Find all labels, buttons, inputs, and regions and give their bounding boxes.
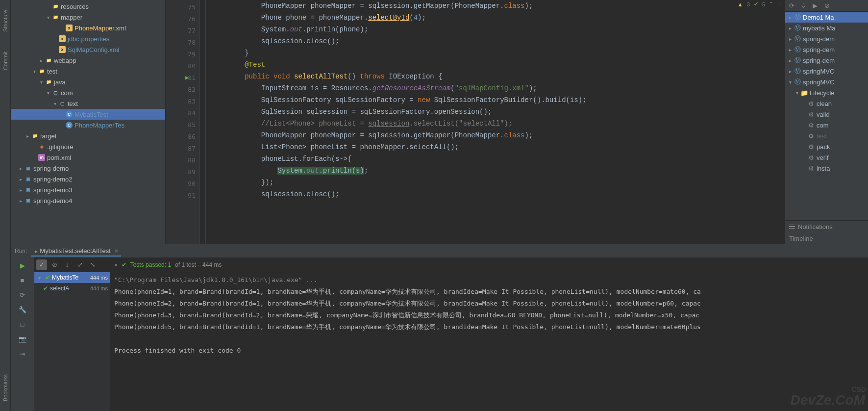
exit-button[interactable]: ⇥ xyxy=(17,348,28,360)
tree-item[interactable]: ▾📁mapper xyxy=(11,12,165,23)
tree-item[interactable]: 📁resources xyxy=(11,1,165,12)
code-editor[interactable]: ▲3 ✔5 ⌃ ⋮ 757677787980▶81828384858687888… xyxy=(166,0,785,244)
chevron-icon[interactable]: ▸ xyxy=(25,133,30,139)
maven-tree[interactable]: ▸ⓂDemo1 Ma▸Ⓜmybatis Ma▸Ⓜspring-dem▸Ⓜspri… xyxy=(785,12,868,220)
chevron-icon[interactable]: ▾ xyxy=(45,15,51,20)
collapse-button[interactable]: ⤡ xyxy=(87,259,98,270)
chevron-icon[interactable]: ▾ xyxy=(794,90,800,96)
maven-item[interactable]: ⚙valid xyxy=(785,109,868,120)
tree-item[interactable]: ▸📁target xyxy=(11,130,165,141)
line-number[interactable]: 85 xyxy=(166,119,199,130)
code-line[interactable]: @Test xyxy=(212,59,785,71)
code-line[interactable]: } xyxy=(212,47,785,59)
maven-item[interactable]: ⚙clean xyxy=(785,98,868,109)
tree-item[interactable]: ▸▣spring-demo3 xyxy=(11,184,165,195)
code-line[interactable]: sqlsession.close(); xyxy=(212,35,785,47)
camera-button[interactable]: 📷 xyxy=(17,333,28,345)
line-number[interactable]: 82 xyxy=(166,83,199,95)
maven-item[interactable]: ▾📁Lifecycle xyxy=(785,87,868,98)
chevron-icon[interactable]: ▸ xyxy=(18,166,24,171)
maven-item[interactable]: ▸Ⓜspring-dem xyxy=(785,55,868,66)
line-number[interactable]: 76 xyxy=(166,13,199,25)
code-area[interactable]: PhoneMapper phoneMapper = sqlsession.get… xyxy=(206,0,785,244)
code-line[interactable]: sqlsession.close(); xyxy=(212,188,785,200)
chevron-icon[interactable]: ▾ xyxy=(787,79,793,85)
code-line[interactable]: SqlSessionFactory sqLSessionFactory = ne… xyxy=(212,94,785,106)
run-maven-icon[interactable]: ▶ xyxy=(811,1,819,10)
code-line[interactable]: List<Phone> phoneList = phoneMapper.sele… xyxy=(212,141,785,153)
chevron-icon[interactable]: ▸ xyxy=(787,58,793,63)
code-line[interactable]: phoneList.forEach(s->{ xyxy=(212,153,785,165)
code-line[interactable]: System.out.println(s); xyxy=(212,165,785,177)
code-line[interactable]: PhoneMapper phoneMapper = sqlsession.get… xyxy=(212,129,785,141)
test-tree[interactable]: ▾✔MybatisTe444 ms✔selectA444 ms xyxy=(34,272,110,411)
code-line[interactable]: public void selectAllTest() throws IOExc… xyxy=(212,71,785,82)
bookmarks-tool[interactable]: Bookmarks xyxy=(2,374,8,401)
line-number[interactable]: 77 xyxy=(166,25,199,36)
chevron-icon[interactable]: ▸ xyxy=(787,15,793,20)
line-number[interactable]: 78 xyxy=(166,36,199,48)
code-line[interactable]: InputStream is = Resources.getResourceAs… xyxy=(212,82,785,94)
code-line[interactable]: }); xyxy=(212,177,785,188)
chevron-icon[interactable]: ▸ xyxy=(18,177,24,182)
maven-item[interactable]: ⚙insta xyxy=(785,163,868,174)
maven-item[interactable]: ▸ⓂDemo1 Ma xyxy=(785,12,868,23)
maven-item[interactable]: ⚙test xyxy=(785,130,868,141)
prev-test-icon[interactable]: » xyxy=(114,261,118,268)
project-tree[interactable]: 📁resources▾📁mapperxPhoneMapper.xmlxjdbc.… xyxy=(11,0,166,244)
line-number[interactable]: 89 xyxy=(166,166,199,178)
console-output[interactable]: "C:\Program Files\Java\jdk1.8.0_161\bin\… xyxy=(110,272,868,411)
chevron-icon[interactable]: ▾ xyxy=(36,275,42,281)
tree-item[interactable]: ◆.gitignore xyxy=(11,141,165,152)
code-line[interactable]: System.out.println(phone); xyxy=(212,24,785,35)
pin-button[interactable]: □ xyxy=(17,318,28,330)
chevron-icon[interactable]: ▸ xyxy=(787,47,793,52)
line-number[interactable]: 88 xyxy=(166,154,199,166)
maven-item[interactable]: ▸Ⓜmybatis Ma xyxy=(785,23,868,33)
line-number[interactable]: 79 xyxy=(166,48,199,60)
expand-button[interactable]: ⤢ xyxy=(74,259,85,270)
tree-item[interactable]: ▸▣spring-demo4 xyxy=(11,195,165,206)
notifications-section[interactable]: Notifications xyxy=(785,221,868,232)
maven-item[interactable]: ⚙verif xyxy=(785,152,868,163)
tree-item[interactable]: ▸📁webapp xyxy=(11,55,165,66)
tree-item[interactable]: xSqlMapConfig.xml xyxy=(11,44,165,55)
tree-item[interactable]: ▾📁java xyxy=(11,77,165,87)
line-number[interactable]: 86 xyxy=(166,130,199,142)
maven-item[interactable]: ▾ⓂspringMVC xyxy=(785,77,868,87)
chevron-icon[interactable]: ▸ xyxy=(787,26,793,31)
inspection-status[interactable]: ▲3 ✔5 ⌃ ⋮ xyxy=(738,1,783,7)
line-number[interactable]: 84 xyxy=(166,107,199,119)
chevron-icon[interactable]: ▸ xyxy=(18,198,24,204)
tree-item[interactable]: ▾▢text xyxy=(11,98,165,109)
line-number[interactable]: 83 xyxy=(166,95,199,107)
chevron-icon[interactable]: ▸ xyxy=(787,36,793,42)
tree-item[interactable]: xPhoneMapper.xml xyxy=(11,23,165,33)
chevron-icon[interactable]: ▾ xyxy=(45,90,51,96)
tree-item[interactable]: ▾📁test xyxy=(11,66,165,77)
tree-item[interactable]: mpom.xml xyxy=(11,152,165,163)
test-node[interactable]: ▾✔MybatisTe444 ms xyxy=(34,272,110,283)
line-number[interactable]: 87 xyxy=(166,142,199,154)
line-number[interactable]: 80 xyxy=(166,60,199,72)
chevron-icon[interactable]: ▾ xyxy=(31,69,37,74)
tree-item[interactable]: xjdbc.properties xyxy=(11,33,165,44)
editor-gutter[interactable]: 757677787980▶8182838485868788899091 xyxy=(166,0,200,244)
test-node[interactable]: ✔selectA444 ms xyxy=(34,283,110,294)
highlight-indicator-icon[interactable]: ⌃ xyxy=(769,1,773,7)
stop-button[interactable]: ■ xyxy=(17,274,28,286)
maven-item[interactable]: ▸ⓂspringMVC xyxy=(785,66,868,77)
code-line[interactable]: SqlSession sqlsession = sqLSessionFactor… xyxy=(212,106,785,118)
timeline-section[interactable]: Timeline xyxy=(785,232,868,244)
show-passed-button[interactable]: ✓ xyxy=(36,259,47,270)
chevron-icon[interactable]: ▾ xyxy=(52,101,58,106)
line-number[interactable]: 90 xyxy=(166,178,199,189)
run-tab[interactable]: ⬥ MybatisTest.selectAllTest × xyxy=(31,246,121,257)
tree-item[interactable]: ▾▢com xyxy=(11,87,165,98)
rerun-button[interactable]: ▶ xyxy=(17,259,28,271)
maven-item[interactable]: ⚙pack xyxy=(785,141,868,152)
chevron-icon[interactable]: ▾ xyxy=(38,79,44,85)
chevron-icon[interactable]: ▸ xyxy=(787,69,793,74)
show-ignored-button[interactable]: ⊘ xyxy=(49,259,60,270)
fold-column[interactable] xyxy=(200,0,206,244)
